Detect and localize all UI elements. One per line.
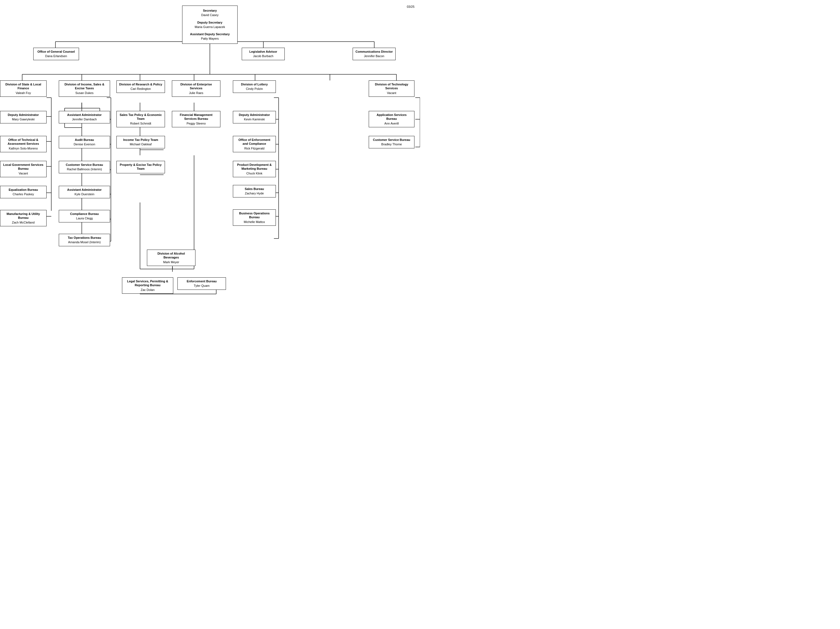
general-counsel-box: Office of General Counsel Dana Erlandsen xyxy=(33,48,79,60)
asst-admin-kyle-box: Assistant Administrator Kyle Duerstein xyxy=(59,186,110,198)
enforcement-bureau-box: Enforcement Bureau Tyler Quam xyxy=(177,277,226,290)
date-label: 03/25 xyxy=(407,5,414,8)
deputy-admin-kevin-box: Deputy Administrator Kevin Kaminski xyxy=(233,111,276,123)
deputy-admin-mary-box: Deputy Administrator Mary Gawryleski xyxy=(0,111,47,123)
tax-operations-box: Tax Operations Bureau Amanda Mosel (Inte… xyxy=(59,234,110,246)
manufacturing-utility-box: Manufacturing & Utility Bureau Zach McCl… xyxy=(0,210,47,226)
customer-service-bureau-bradley-box: Customer Service Bureau Bradley Thome xyxy=(369,136,414,149)
secretary-box: Secretary David Casey Deputy Secretary M… xyxy=(182,6,238,44)
div-income-sales-box: Division of Income, Sales & Excise Taxes… xyxy=(59,81,110,97)
asst-deputy-title: Assistant Deputy Secretary xyxy=(186,32,234,36)
customer-service-bureau-rachel-box: Customer Service Bureau Rachel Ballmoos … xyxy=(59,161,110,173)
div-technology-box: Division of Technology Services Vacant xyxy=(369,81,414,97)
div-lottery-box: Division of Lottery Cindy Polzin xyxy=(233,81,276,93)
compliance-bureau-box: Compliance Bureau Laura Clegg xyxy=(59,210,110,223)
legislative-advisor-box: Legislative Advisor Jacob Burbach xyxy=(242,48,285,60)
deputy-secretary-name: Maria Guerra Lapacek xyxy=(186,25,234,29)
asst-admin-jennifer-box: Assistant Administrator Jennifer Dambach xyxy=(59,111,110,123)
connector-lines xyxy=(0,0,420,314)
sales-tax-policy-box: Sales Tax Policy & Economic Team Robert … xyxy=(117,111,165,127)
audit-bureau-box: Audit Bureau Denise Everson xyxy=(59,136,110,149)
tech-assessment-box: Office of Technical & Assessment Service… xyxy=(0,136,47,152)
property-excise-box: Property & Excise Tax Policy Team xyxy=(117,161,165,173)
div-enterprise-box: Division of Enterprise Services Julie Ra… xyxy=(172,81,220,97)
business-ops-box: Business Operations Bureau Michelle Matt… xyxy=(233,209,276,226)
deputy-secretary-title: Deputy Secretary xyxy=(186,21,234,24)
asst-deputy-name: Patty Mayers xyxy=(186,36,234,41)
product-dev-marketing-box: Product Development & Marketing Bureau C… xyxy=(233,161,276,177)
enforcement-compliance-box: Office of Enforcement and Compliance Ric… xyxy=(233,136,276,152)
communications-director-box: Communications Director Jennifer Bacon xyxy=(353,48,396,60)
equalization-bureau-box: Equalization Bureau Charles Paskey xyxy=(0,186,47,198)
sales-bureau-box: Sales Bureau Zachary Hyde xyxy=(233,185,276,198)
secretary-title: Secretary xyxy=(186,9,234,13)
secretary-name: David Casey xyxy=(186,13,234,17)
local-govt-box: Local Government Services Bureau Vacant xyxy=(0,161,47,177)
legal-services-box: Legal Services, Permitting & Reporting B… xyxy=(122,277,173,294)
div-research-policy-box: Division of Research & Policy Cari Redin… xyxy=(117,81,165,93)
org-chart: 03/25 xyxy=(0,0,420,11)
div-state-local-box: Division of State & Local Finance Valeah… xyxy=(0,81,47,97)
financial-mgmt-box: Financial Management Services Bureau Peg… xyxy=(172,111,220,127)
income-tax-policy-box: Income Tax Policy Team Michael Oakleaf xyxy=(117,136,165,149)
div-alcohol-box: Division of Alcohol Beverages Mark Meyer xyxy=(147,250,196,266)
app-services-box: Application Services Bureau Ann Averill xyxy=(369,111,414,127)
